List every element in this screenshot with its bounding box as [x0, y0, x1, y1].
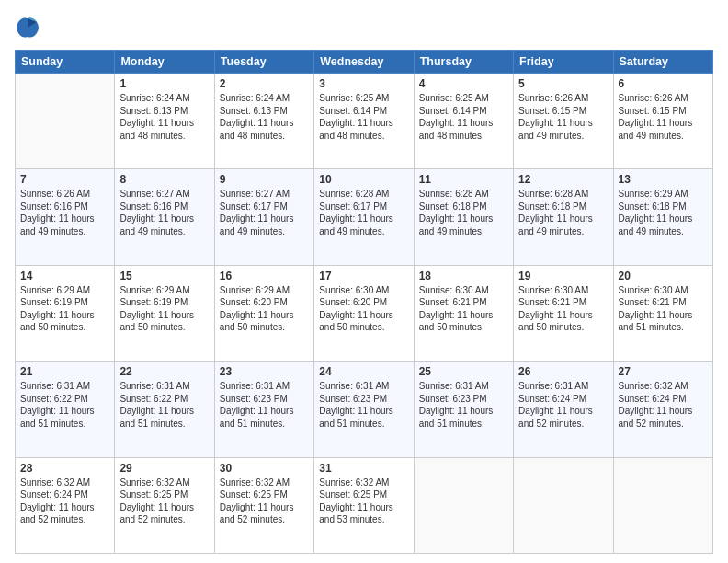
- day-number: 13: [619, 173, 708, 186]
- calendar-cell: [613, 457, 712, 553]
- day-number: 12: [518, 173, 608, 186]
- day-number: 21: [20, 365, 109, 378]
- calendar-cell: 23Sunrise: 6:31 AM Sunset: 6:23 PM Dayli…: [214, 362, 313, 457]
- calendar-week-row: 1Sunrise: 6:24 AM Sunset: 6:13 PM Daylig…: [16, 74, 713, 169]
- day-info: Sunrise: 6:32 AM Sunset: 6:24 PM Dayligh…: [619, 380, 708, 430]
- weekday-header: Thursday: [414, 51, 513, 74]
- calendar-cell: 18Sunrise: 6:30 AM Sunset: 6:21 PM Dayli…: [414, 265, 513, 361]
- day-number: 5: [518, 77, 608, 90]
- calendar-cell: 26Sunrise: 6:31 AM Sunset: 6:24 PM Dayli…: [514, 362, 613, 457]
- calendar-cell: 13Sunrise: 6:29 AM Sunset: 6:18 PM Dayli…: [613, 169, 712, 265]
- day-info: Sunrise: 6:28 AM Sunset: 6:17 PM Dayligh…: [319, 188, 408, 237]
- day-number: 1: [119, 77, 209, 90]
- calendar-cell: 8Sunrise: 6:27 AM Sunset: 6:16 PM Daylig…: [115, 169, 214, 265]
- calendar-cell: 4Sunrise: 6:25 AM Sunset: 6:14 PM Daylig…: [414, 74, 513, 169]
- day-info: Sunrise: 6:24 AM Sunset: 6:13 PM Dayligh…: [119, 92, 209, 142]
- day-info: Sunrise: 6:31 AM Sunset: 6:23 PM Dayligh…: [319, 380, 408, 430]
- calendar-cell: 30Sunrise: 6:32 AM Sunset: 6:25 PM Dayli…: [214, 457, 313, 553]
- day-info: Sunrise: 6:31 AM Sunset: 6:23 PM Dayligh…: [220, 380, 309, 430]
- day-number: 2: [220, 77, 309, 90]
- calendar-cell: 22Sunrise: 6:31 AM Sunset: 6:22 PM Dayli…: [115, 362, 214, 457]
- day-number: 7: [20, 173, 109, 186]
- header: [15, 15, 713, 40]
- calendar-cell: 21Sunrise: 6:31 AM Sunset: 6:22 PM Dayli…: [16, 362, 115, 457]
- day-number: 20: [619, 270, 708, 282]
- calendar-cell: 12Sunrise: 6:28 AM Sunset: 6:18 PM Dayli…: [514, 169, 613, 265]
- calendar-week-row: 28Sunrise: 6:32 AM Sunset: 6:24 PM Dayli…: [16, 457, 713, 553]
- calendar-cell: 29Sunrise: 6:32 AM Sunset: 6:25 PM Dayli…: [115, 457, 214, 553]
- day-info: Sunrise: 6:30 AM Sunset: 6:21 PM Dayligh…: [419, 284, 508, 334]
- calendar-cell: 11Sunrise: 6:28 AM Sunset: 6:18 PM Dayli…: [414, 169, 513, 265]
- day-info: Sunrise: 6:32 AM Sunset: 6:25 PM Dayligh…: [119, 477, 209, 526]
- weekday-header: Tuesday: [214, 51, 313, 74]
- weekday-header: Sunday: [16, 51, 115, 74]
- calendar-cell: 27Sunrise: 6:32 AM Sunset: 6:24 PM Dayli…: [613, 362, 712, 457]
- day-number: 29: [119, 462, 209, 475]
- day-info: Sunrise: 6:29 AM Sunset: 6:19 PM Dayligh…: [119, 284, 209, 334]
- day-number: 23: [220, 365, 309, 378]
- calendar-cell: 24Sunrise: 6:31 AM Sunset: 6:23 PM Dayli…: [314, 362, 414, 457]
- calendar-cell: 14Sunrise: 6:29 AM Sunset: 6:19 PM Dayli…: [16, 265, 115, 361]
- calendar-cell: 10Sunrise: 6:28 AM Sunset: 6:17 PM Dayli…: [314, 169, 414, 265]
- calendar-week-row: 14Sunrise: 6:29 AM Sunset: 6:19 PM Dayli…: [16, 265, 713, 361]
- weekday-header: Monday: [115, 51, 214, 74]
- day-info: Sunrise: 6:26 AM Sunset: 6:15 PM Dayligh…: [619, 92, 708, 142]
- calendar-cell: 25Sunrise: 6:31 AM Sunset: 6:23 PM Dayli…: [414, 362, 513, 457]
- day-number: 18: [419, 270, 508, 282]
- day-info: Sunrise: 6:27 AM Sunset: 6:16 PM Dayligh…: [119, 188, 209, 237]
- day-info: Sunrise: 6:25 AM Sunset: 6:14 PM Dayligh…: [319, 92, 408, 142]
- day-number: 15: [119, 270, 209, 282]
- day-number: 22: [119, 365, 209, 378]
- calendar-cell: 31Sunrise: 6:32 AM Sunset: 6:25 PM Dayli…: [314, 457, 414, 553]
- day-number: 28: [20, 462, 109, 475]
- calendar-cell: 17Sunrise: 6:30 AM Sunset: 6:20 PM Dayli…: [314, 265, 414, 361]
- day-info: Sunrise: 6:29 AM Sunset: 6:18 PM Dayligh…: [619, 188, 708, 237]
- calendar-cell: 2Sunrise: 6:24 AM Sunset: 6:13 PM Daylig…: [214, 74, 313, 169]
- day-number: 30: [220, 462, 309, 475]
- calendar-cell: 5Sunrise: 6:26 AM Sunset: 6:15 PM Daylig…: [514, 74, 613, 169]
- day-number: 16: [220, 270, 309, 282]
- day-number: 3: [319, 77, 408, 90]
- weekday-header: Friday: [514, 51, 613, 74]
- day-number: 27: [619, 365, 708, 378]
- day-info: Sunrise: 6:25 AM Sunset: 6:14 PM Dayligh…: [419, 92, 508, 142]
- calendar-cell: [414, 457, 513, 553]
- day-info: Sunrise: 6:31 AM Sunset: 6:22 PM Dayligh…: [20, 380, 109, 430]
- day-info: Sunrise: 6:30 AM Sunset: 6:21 PM Dayligh…: [619, 284, 708, 334]
- day-number: 8: [119, 173, 209, 186]
- calendar-cell: 28Sunrise: 6:32 AM Sunset: 6:24 PM Dayli…: [16, 457, 115, 553]
- day-number: 19: [518, 270, 608, 282]
- calendar-cell: [16, 74, 115, 169]
- day-number: 24: [319, 365, 408, 378]
- calendar-cell: 1Sunrise: 6:24 AM Sunset: 6:13 PM Daylig…: [115, 74, 214, 169]
- day-info: Sunrise: 6:32 AM Sunset: 6:24 PM Dayligh…: [20, 477, 109, 526]
- calendar-cell: [514, 457, 613, 553]
- day-info: Sunrise: 6:30 AM Sunset: 6:20 PM Dayligh…: [319, 284, 408, 334]
- day-number: 14: [20, 270, 109, 282]
- day-number: 11: [419, 173, 508, 186]
- day-info: Sunrise: 6:31 AM Sunset: 6:22 PM Dayligh…: [119, 380, 209, 430]
- day-info: Sunrise: 6:29 AM Sunset: 6:19 PM Dayligh…: [20, 284, 109, 334]
- day-info: Sunrise: 6:28 AM Sunset: 6:18 PM Dayligh…: [518, 188, 608, 237]
- day-info: Sunrise: 6:28 AM Sunset: 6:18 PM Dayligh…: [419, 188, 508, 237]
- weekday-header: Wednesday: [314, 51, 414, 74]
- day-info: Sunrise: 6:32 AM Sunset: 6:25 PM Dayligh…: [220, 477, 309, 526]
- calendar-cell: 16Sunrise: 6:29 AM Sunset: 6:20 PM Dayli…: [214, 265, 313, 361]
- day-number: 9: [220, 173, 309, 186]
- calendar-cell: 20Sunrise: 6:30 AM Sunset: 6:21 PM Dayli…: [613, 265, 712, 361]
- day-number: 26: [518, 365, 608, 378]
- day-info: Sunrise: 6:32 AM Sunset: 6:25 PM Dayligh…: [319, 477, 408, 526]
- day-info: Sunrise: 6:31 AM Sunset: 6:24 PM Dayligh…: [518, 380, 608, 430]
- day-info: Sunrise: 6:27 AM Sunset: 6:17 PM Dayligh…: [220, 188, 309, 237]
- calendar-cell: 7Sunrise: 6:26 AM Sunset: 6:16 PM Daylig…: [16, 169, 115, 265]
- calendar-cell: 15Sunrise: 6:29 AM Sunset: 6:19 PM Dayli…: [115, 265, 214, 361]
- logo-icon: [15, 15, 40, 40]
- calendar-table: SundayMondayTuesdayWednesdayThursdayFrid…: [15, 50, 713, 554]
- logo: [15, 15, 44, 40]
- calendar-week-row: 7Sunrise: 6:26 AM Sunset: 6:16 PM Daylig…: [16, 169, 713, 265]
- calendar-cell: 9Sunrise: 6:27 AM Sunset: 6:17 PM Daylig…: [214, 169, 313, 265]
- calendar-cell: 19Sunrise: 6:30 AM Sunset: 6:21 PM Dayli…: [514, 265, 613, 361]
- day-info: Sunrise: 6:29 AM Sunset: 6:20 PM Dayligh…: [220, 284, 309, 334]
- calendar-week-row: 21Sunrise: 6:31 AM Sunset: 6:22 PM Dayli…: [16, 362, 713, 457]
- day-number: 31: [319, 462, 408, 475]
